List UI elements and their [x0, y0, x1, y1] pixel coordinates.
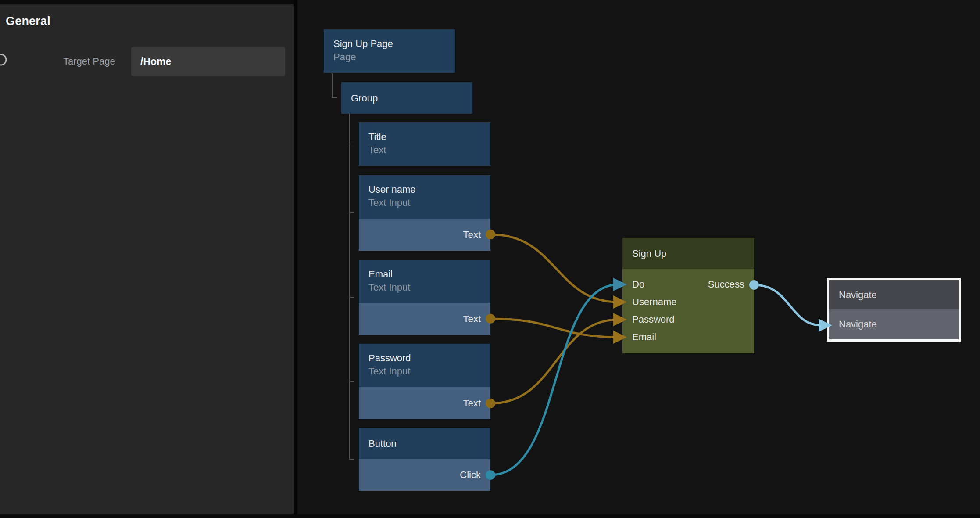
node-sign-up-page[interactable]: Sign Up Page Page — [324, 29, 455, 73]
panel-section-title: General — [6, 14, 50, 28]
port-label: Navigate — [839, 319, 877, 330]
panel-top-edge — [0, 0, 294, 4]
node-sign-up-action[interactable]: Sign Up Do Success Username Password Ema… — [622, 238, 754, 353]
input-port-password[interactable]: Password — [632, 314, 675, 325]
flow-editor-window: { "panel": { "title": "General", "target… — [0, 0, 980, 518]
node-subtitle: Text Input — [368, 365, 481, 378]
node-title: Button — [368, 437, 397, 450]
node-title: User name — [368, 183, 481, 196]
target-page-label: Target Page — [63, 56, 115, 67]
node-username-input[interactable]: User name Text Input Text — [359, 175, 490, 251]
node-title: Navigate — [839, 289, 877, 301]
node-subtitle: Page — [333, 50, 445, 64]
node-title: Sign Up Page — [333, 37, 445, 50]
node-password-input[interactable]: Password Text Input Text — [359, 344, 490, 419]
node-navigate[interactable]: Navigate Navigate — [827, 278, 961, 342]
output-port-text[interactable]: Text — [359, 303, 490, 335]
output-port-text[interactable]: Text — [359, 219, 490, 251]
output-port-text[interactable]: Text — [359, 387, 490, 419]
port-label: Text — [463, 313, 481, 325]
node-subtitle: Text Input — [368, 196, 481, 209]
node-title: Password — [368, 351, 481, 365]
node-subtitle: Text — [368, 144, 481, 157]
node-subtitle: Text Input — [368, 281, 481, 294]
node-group[interactable]: Group — [341, 82, 472, 114]
flow-canvas[interactable]: Sign Up Page Page Group Title Text User … — [297, 0, 980, 518]
node-title: Sign Up — [632, 247, 666, 260]
node-title: Group — [351, 91, 378, 105]
input-port-username[interactable]: Username — [632, 296, 676, 308]
output-port-success[interactable]: Success — [708, 279, 744, 290]
port-label: Click — [460, 469, 481, 481]
node-email-input[interactable]: Email Text Input Text — [359, 260, 490, 335]
input-port-do[interactable]: Do — [632, 279, 644, 290]
panel-divider — [294, 0, 297, 518]
input-port-email[interactable]: Email — [632, 331, 656, 343]
target-page-input[interactable]: /Home — [131, 47, 285, 76]
node-title: Email — [368, 267, 481, 281]
port-label: Text — [463, 398, 481, 409]
node-title: Title — [368, 130, 481, 144]
port-label: Text — [463, 229, 481, 241]
node-button[interactable]: Button Click — [359, 428, 490, 491]
output-port-click[interactable]: Click — [359, 459, 490, 491]
node-title-text[interactable]: Title Text — [359, 122, 490, 166]
properties-panel: General Target Page /Home — [0, 0, 294, 518]
radio-icon[interactable] — [0, 53, 10, 67]
window-bottom-edge — [0, 514, 980, 518]
input-port-navigate[interactable]: Navigate — [829, 309, 959, 339]
